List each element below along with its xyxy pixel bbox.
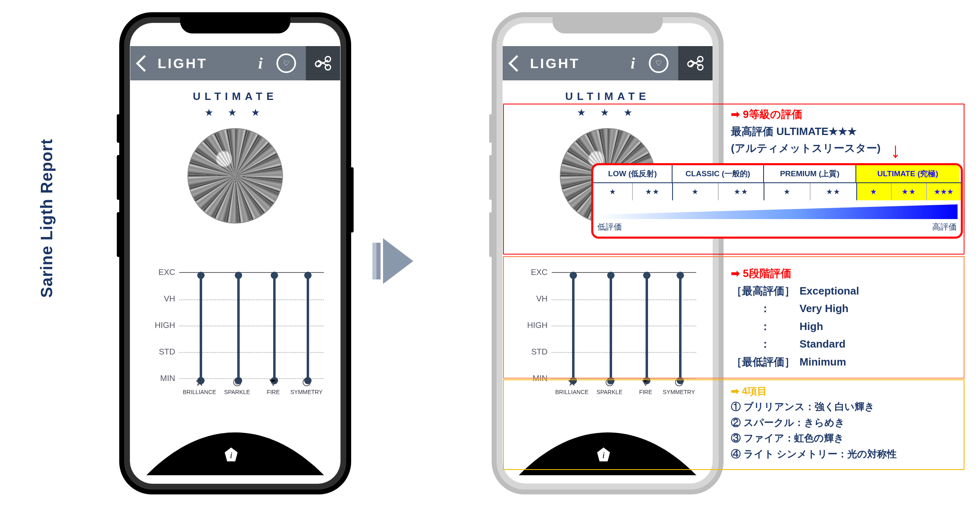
down-arrow-icon: ↓ — [890, 138, 901, 162]
callout-9grades: ➡ 9等級の評価 最高評価 ULTIMATE★★★ (アルティメットスリースター… — [731, 106, 880, 157]
grade-stars: ★ ★ ★ — [130, 107, 340, 118]
ylabel: EXC — [158, 268, 175, 277]
performance-chart: EXC VH HIGH STD MIN — [147, 272, 324, 399]
diamond-ring-icon[interactable]: ♡ — [649, 53, 668, 73]
svg-point-0 — [234, 379, 241, 386]
diamond-ring-icon[interactable]: ♡ — [276, 53, 296, 73]
xlabel: SYMMETRY — [288, 389, 325, 395]
xlabel: BRILLIANCE — [181, 389, 218, 395]
svg-point-1 — [235, 380, 239, 384]
share-button[interactable] — [678, 46, 713, 80]
grade-title: ULTIMATE — [130, 90, 340, 103]
topbar-title: LIGHT — [158, 55, 207, 71]
diamond-image — [187, 128, 283, 224]
grade-title: ULTIMATE — [503, 90, 713, 103]
share-button[interactable] — [306, 46, 340, 80]
ratings-table: LOW (低反射) CLASSIC (一般的) PREMIUM (上質) ULT… — [591, 163, 963, 239]
scale-gradient — [597, 204, 958, 219]
info-icon[interactable]: i — [258, 54, 263, 72]
callout-5levels: ➡ 5段階評価 ［最高評価］Exceptional ：Very High ：Hi… — [731, 265, 860, 371]
back-icon[interactable] — [508, 55, 525, 71]
scale-low: 低評価 — [597, 222, 622, 233]
back-icon[interactable] — [136, 55, 153, 71]
scale-high: 高評価 — [932, 222, 957, 233]
app-topbar: LIGHT i ♡ — [503, 46, 713, 80]
ratings-head: LOW (低反射) — [593, 165, 673, 182]
svg-point-3 — [306, 381, 307, 383]
side-title: Sarine Ligth Report — [38, 139, 56, 298]
app-topbar: LIGHT i ♡ — [130, 46, 340, 80]
ylabel: HIGH — [155, 321, 175, 330]
ratings-head: ULTIMATE (究極) — [856, 165, 959, 182]
transition-arrow — [372, 237, 446, 286]
ylabel: MIN — [160, 374, 175, 383]
ratings-head: CLASSIC (一般的) — [673, 165, 764, 182]
ylabel: VH — [164, 294, 175, 304]
svg-text:i: i — [230, 450, 232, 460]
callout-4items: ➡ 4項目 ① ブリリアンス：強く白い輝き ② スパークル：きらめき ③ ファイ… — [731, 383, 897, 462]
ylabel: STD — [159, 347, 175, 357]
topbar-title: LIGHT — [530, 55, 580, 71]
info-icon[interactable]: i — [630, 54, 635, 72]
xlabel: FIRE — [255, 389, 292, 395]
phone-left: LIGHT i ♡ ULTIMATE ★ ★ ★ EXC VH HIGH STD… — [119, 12, 351, 494]
footer-shape: i — [130, 430, 340, 475]
xlabel: SPARKLE — [219, 389, 256, 395]
ratings-head: PREMIUM (上質) — [764, 165, 856, 182]
